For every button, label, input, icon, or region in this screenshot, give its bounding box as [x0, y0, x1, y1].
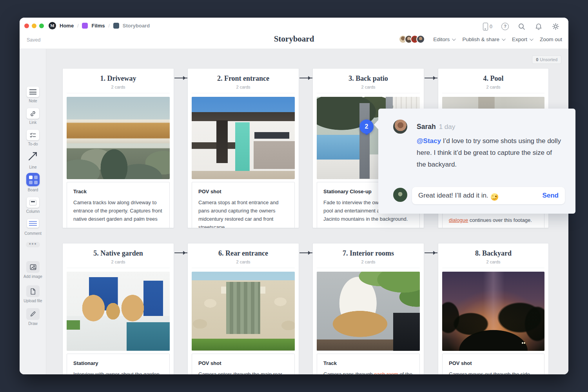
- note-card[interactable]: POV shot Camera stops at front entrance …: [192, 182, 295, 228]
- connector-arrow[interactable]: [174, 78, 187, 78]
- tool-link[interactable]: Link: [20, 108, 46, 125]
- note-card[interactable]: POV shot Camera moves out through the si…: [442, 354, 544, 374]
- board-card-native-garden[interactable]: 5. Native garden 2 cards Stationary Inte…: [62, 243, 174, 374]
- settings-gear-icon[interactable]: [552, 22, 560, 31]
- chevron-down-icon: [530, 37, 534, 41]
- tool-board-active[interactable]: Board: [20, 173, 46, 192]
- tool-label: Column: [20, 209, 46, 214]
- board-card-header: 7. Interior rooms 2 cards: [317, 243, 420, 268]
- comment-popup: Sarah1 day @Stacy I’d love to try some s…: [378, 109, 575, 214]
- note-title: POV shot: [198, 189, 288, 194]
- search-icon[interactable]: [518, 23, 526, 31]
- board-card-header: 6. Rear entrance 2 cards: [192, 243, 295, 268]
- board-card-driveway[interactable]: 1. Driveway 2 cards Track Camera tracks …: [62, 68, 174, 228]
- board-image-driveway[interactable]: [67, 97, 170, 179]
- board-card-count: 2 cards: [442, 85, 544, 89]
- sarah-avatar: [393, 120, 407, 134]
- tools-sidebar: Note Link To-do Line Board: [20, 49, 46, 374]
- desktop: M Home / Films / Storyboard 0: [0, 0, 588, 392]
- tool-note[interactable]: Note: [20, 87, 46, 103]
- publish-share-menu[interactable]: Publish & share: [462, 36, 505, 42]
- board-image-native-garden[interactable]: [67, 272, 170, 351]
- board-card-backyard[interactable]: 8. Backyard 2 cards POV shot Camera move…: [438, 243, 549, 374]
- chevron-down-icon: [452, 37, 456, 41]
- note-title: Track: [73, 189, 163, 194]
- board-image-front-entrance[interactable]: [192, 97, 295, 179]
- minimize-window-button[interactable]: [32, 24, 36, 28]
- board-image-rear-entrance[interactable]: [192, 272, 295, 351]
- tool-draw[interactable]: Draw: [20, 308, 46, 326]
- reply-avatar: [393, 188, 407, 202]
- tool-todo[interactable]: To-do: [20, 130, 46, 146]
- board-title: 7. Interior rooms: [317, 249, 420, 258]
- tool-line[interactable]: Line: [20, 150, 46, 169]
- connector-arrow[interactable]: [425, 78, 437, 78]
- tool-label: Board: [20, 188, 46, 192]
- connector-arrow[interactable]: [299, 252, 312, 253]
- device-sync-button[interactable]: 0: [483, 23, 492, 31]
- note-link-each-room[interactable]: each room: [374, 371, 398, 374]
- board-title: 3. Back patio: [317, 74, 420, 83]
- tool-label: Note: [20, 99, 46, 103]
- note-card[interactable]: POV shot Camera enters through the main …: [192, 354, 295, 374]
- note-body-line: Jacinto mountains in the background.: [323, 215, 413, 223]
- editors-menu[interactable]: Editors: [433, 36, 455, 42]
- board-title: 1. Driveway: [67, 74, 170, 83]
- connector-arrow[interactable]: [425, 252, 437, 253]
- board-card-header: 8. Backyard 2 cards: [442, 243, 544, 268]
- notifications-bell-icon[interactable]: [535, 23, 543, 31]
- board-card-count: 2 cards: [192, 85, 295, 89]
- board-title: 4. Pool: [442, 74, 544, 83]
- export-menu[interactable]: Export: [512, 36, 532, 42]
- line-arrow-icon: [27, 150, 39, 162]
- mention-link[interactable]: @Stacy: [417, 137, 441, 145]
- tool-label: Link: [20, 120, 46, 125]
- tool-label: Comment: [20, 231, 46, 236]
- note-card[interactable]: Track Camera tracks low along driveway t…: [67, 182, 170, 228]
- avatar[interactable]: [416, 35, 425, 44]
- note-icon: [29, 89, 36, 94]
- reply-text: Great ideat! I’ll add it in.: [418, 192, 488, 200]
- note-title: POV shot: [449, 360, 538, 366]
- zoom-window-button[interactable]: [39, 24, 44, 28]
- chevron-down-icon: [502, 37, 506, 41]
- zoom-out-button[interactable]: Zoom out: [540, 36, 562, 42]
- note-body: Camera moves out through the side door: [449, 370, 538, 374]
- note-body: of the: [398, 371, 412, 374]
- board-card-rear-entrance[interactable]: 6. Rear entrance 2 cards POV shot Camera…: [187, 243, 299, 374]
- upload-file-icon: [29, 288, 36, 295]
- tool-add-image[interactable]: Add image: [20, 261, 46, 279]
- reply-input[interactable]: Great ideat! I’ll add it in. Send: [412, 187, 565, 204]
- connector-arrow[interactable]: [299, 78, 312, 78]
- storyboard-board-icon[interactable]: [113, 23, 119, 29]
- tool-comment[interactable]: Comment: [20, 219, 46, 236]
- tool-upload-file[interactable]: Upload file: [20, 285, 46, 303]
- connector-arrow[interactable]: [174, 252, 187, 253]
- send-button[interactable]: Send: [542, 192, 559, 200]
- todo-icon: [29, 132, 36, 138]
- note-card[interactable]: Stationary Interview with owner about th…: [67, 354, 170, 374]
- milanote-logo[interactable]: M: [49, 22, 56, 29]
- close-window-button[interactable]: [24, 24, 29, 28]
- tool-label: Line: [20, 165, 46, 169]
- note-link-dialogue[interactable]: dialogue: [449, 217, 468, 223]
- tool-label: To-do: [20, 142, 46, 146]
- breadcrumb-separator: /: [77, 23, 78, 29]
- breadcrumb-films[interactable]: Films: [91, 23, 105, 29]
- note-card[interactable]: Track Camera pans through each room of t…: [317, 354, 420, 374]
- tool-column[interactable]: Column: [20, 197, 46, 214]
- board-card-interior-rooms[interactable]: 7. Interior rooms 2 cards Track Camera p…: [312, 243, 424, 374]
- board-image-interior-rooms[interactable]: [317, 272, 420, 351]
- films-board-icon[interactable]: [82, 23, 88, 29]
- help-icon[interactable]: [501, 23, 509, 30]
- editor-avatars[interactable]: [399, 35, 425, 44]
- tool-more[interactable]: •••: [20, 242, 46, 247]
- board-image-backyard[interactable]: [442, 272, 544, 351]
- breadcrumb-home[interactable]: Home: [60, 23, 74, 29]
- column-icon: [29, 200, 36, 205]
- unsorted-badge[interactable]: 0Unsorted: [532, 55, 561, 64]
- tool-label: Draw: [20, 321, 46, 326]
- comment-pin[interactable]: 2: [359, 120, 374, 134]
- board-card-count: 2 cards: [67, 85, 170, 89]
- board-card-front-entrance[interactable]: 2. Front entrance 2 cards POV shot Camer…: [187, 68, 299, 228]
